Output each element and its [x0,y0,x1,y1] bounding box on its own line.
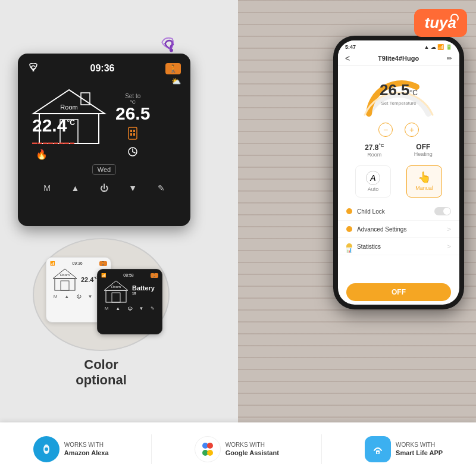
works-with-alexa: WORKS WITH Amazon Alexa [33,436,109,462]
weather-icon: ⛅ [171,77,181,86]
status-bar: 5:47 ▲ ☁ 📶 🔋 [338,40,459,51]
temp-display: 26.5°C Set Temperature [338,66,459,120]
device-day: Wed [92,164,116,175]
phone-outer: 5:47 ▲ ☁ 📶 🔋 < T9lite4#Hugo ✏ [333,36,464,309]
phone-screen: 5:47 ▲ ☁ 📶 🔋 < T9lite4#Hugo ✏ [338,40,459,305]
advanced-dot [346,226,352,232]
statistics-label: Statistics [357,243,381,250]
child-lock-dot [346,208,352,214]
phone-device: 5:47 ▲ ☁ 📶 🔋 < T9lite4#Hugo ✏ [333,36,464,309]
statistics-arrow: > [447,243,451,250]
svg-rect-15 [55,278,75,290]
off-button[interactable]: OFF [346,283,451,301]
svg-rect-6 [129,127,137,139]
advanced-label: Advanced Settings [357,226,406,233]
works-with-google: WORKS WITH Google Assistant [195,436,279,462]
svg-text:Room: Room [60,273,70,277]
temp-increase-button[interactable]: + [405,123,419,137]
auto-mode-button[interactable]: A Auto [355,165,391,198]
manual-label: Manual [415,185,433,191]
room-temp-stat: 27.8°C Room [365,143,384,158]
current-temp: 22.4°C [32,117,75,134]
svg-rect-8 [133,130,135,132]
gauge-container: 26.5°C Set Temperature [360,72,437,117]
smartlife-icon [365,436,391,462]
down-button[interactable]: ▼ [126,181,139,195]
color-optional-label: Color optional [76,357,127,389]
advanced-settings-item[interactable]: Advanced Settings > [338,221,459,238]
divider-1 [151,434,152,464]
heating-label: Heating [414,151,433,157]
advanced-arrow: > [447,226,451,233]
back-button[interactable]: < [345,54,350,63]
set-to-label: Set to [125,93,140,99]
gauge-temp-value: 26.5°C Set Temperature [380,81,418,106]
heating-status: OFF [414,143,433,151]
child-lock-setting[interactable]: Child Lock [338,202,459,221]
device-wifi-icon [27,63,39,74]
svg-point-31 [377,452,379,454]
svg-text:Room: Room [111,285,121,289]
svg-point-24 [45,447,48,451]
temp-decrease-button[interactable]: − [378,123,393,137]
mini-thermostat-black: 📶08:58🚶 Room Battery18 M▲⏻▼✎ [97,269,162,334]
status-icons: ▲ ☁ 📶 🔋 [424,44,452,50]
child-lock-toggle[interactable] [434,207,451,215]
room-label: Room [60,104,77,111]
manual-mode-button[interactable]: 👆 Manual [406,165,442,198]
mode-button[interactable]: M [41,181,53,195]
svg-rect-20 [112,293,120,302]
auto-icon: A [366,171,380,185]
room-temp-value: 27.8°C [365,143,384,152]
svg-rect-16 [61,281,69,290]
lock-button[interactable]: ✎ [155,181,167,195]
manual-icon: 👆 [418,171,431,184]
alexa-icon [33,436,60,462]
color-optional-section: 📶09:36🚶 Room 22.4°C M▲⏻▼✎ 📶08:58🚶 [12,238,190,389]
app-title: T9lite4#Hugo [378,55,419,62]
phone-inner: 5:47 ▲ ☁ 📶 🔋 < T9lite4#Hugo ✏ [338,40,459,305]
works-with-smartlife: WORKS WITH Smart Life APP [365,436,443,462]
svg-point-28 [207,450,213,456]
svg-rect-29 [369,441,386,458]
bottom-bar: WORKS WITH Amazon Alexa WORKS WITH Googl… [0,422,476,476]
svg-point-26 [207,443,213,449]
clock-icon [127,146,138,157]
smartlife-text: WORKS WITH Smart Life APP [396,441,443,457]
flame-bar-icon [127,125,139,142]
app-header: < T9lite4#Hugo ✏ [338,51,459,66]
child-lock-label: Child Lock [357,208,385,215]
status-time: 5:47 [345,44,356,50]
svg-rect-7 [130,130,132,132]
room-info: 27.8°C Room OFF Heating [338,140,459,161]
temp-controls: − + [338,120,459,140]
up-button[interactable]: ▲ [68,181,82,195]
flame-icon: 🔥 [36,149,48,160]
heating-stat: OFF Heating [414,143,433,158]
google-text: WORKS WITH Google Assistant [226,441,279,457]
thermostat-device: 09:36 🚶 ⛅ Room 22.4°C ▬▬▬▬▬▬▬▬ 🔥 [18,54,190,226]
edit-button[interactable]: ✏ [447,55,452,62]
alexa-text: WORKS WITH Amazon Alexa [64,441,109,457]
statistics-dot: 📊 [346,243,352,249]
device-mode-icon: 🚶 [165,63,181,74]
divider-2 [321,434,322,464]
auto-label: Auto [368,186,379,192]
power-button[interactable]: ⏻ [98,181,111,195]
statistics-item[interactable]: 📊 Statistics > [338,238,459,255]
tuya-logo: tuya [414,9,467,37]
device-time: 09:36 [90,63,115,74]
settings-list: Child Lock Advanced Settings > [338,202,459,280]
heat-bars: ▬▬▬▬▬▬▬▬ [32,140,75,145]
svg-line-13 [133,152,135,153]
room-label: Room [365,152,384,158]
color-circle: 📶09:36🚶 Room 22.4°C M▲⏻▼✎ 📶08:58🚶 [33,238,170,351]
mode-buttons: A Auto 👆 Manual [338,161,459,202]
set-temp: 26.5 [115,105,150,123]
svg-rect-19 [106,290,126,302]
svg-rect-10 [133,133,135,136]
svg-rect-9 [130,133,132,136]
google-assistant-icon [195,436,221,462]
